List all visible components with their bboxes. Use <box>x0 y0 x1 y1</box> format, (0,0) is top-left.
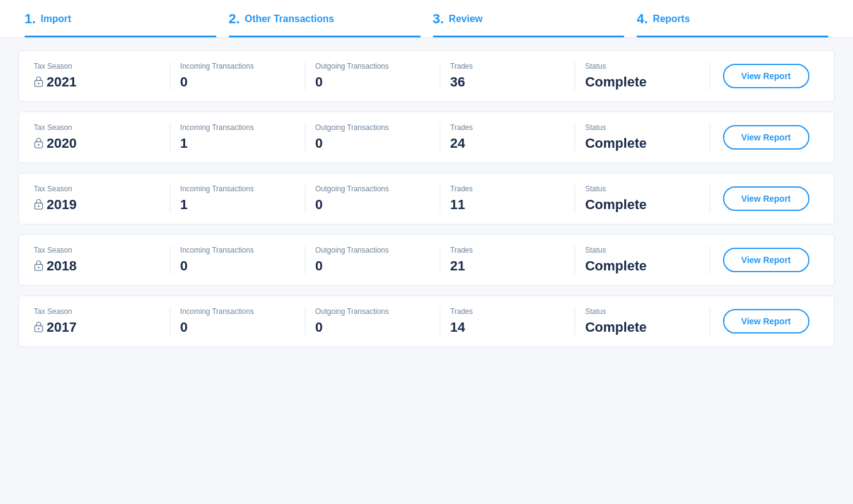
incoming-label: Incoming Transactions <box>180 307 254 316</box>
status-cell: Status Complete <box>575 185 710 213</box>
outgoing-label: Outgoing Transactions <box>315 246 389 254</box>
trades-cell: Trades 14 <box>440 307 575 335</box>
incoming-value: 1 <box>180 136 188 151</box>
step-3-bar <box>433 36 625 37</box>
status-value: Complete <box>585 136 646 151</box>
report-row: Tax Season 2019 Incoming Transactions 1 … <box>18 173 835 224</box>
view-report-button[interactable]: View Report <box>723 309 809 334</box>
tax-season-cell: Tax Season 2020 <box>31 123 170 151</box>
step-import[interactable]: 1. Import <box>18 0 223 37</box>
step-3-label: Review <box>449 13 483 25</box>
outgoing-label: Outgoing Transactions <box>315 307 389 316</box>
incoming-value: 0 <box>180 319 188 335</box>
tax-season-value: 2021 <box>47 74 77 90</box>
lock-icon <box>34 260 44 271</box>
step-4-bar <box>637 36 828 37</box>
tax-season-value: 2020 <box>47 136 77 151</box>
outgoing-transactions-cell: Outgoing Transactions 0 <box>305 123 440 151</box>
svg-point-1 <box>38 83 40 85</box>
tax-season-cell: Tax Season 2021 <box>31 62 170 90</box>
outgoing-label: Outgoing Transactions <box>315 185 389 193</box>
status-cell: Status Complete <box>575 246 710 274</box>
incoming-value: 0 <box>180 258 188 274</box>
incoming-label: Incoming Transactions <box>180 123 254 132</box>
step-4-label: Reports <box>653 13 690 25</box>
trades-label: Trades <box>450 185 473 193</box>
tax-season-cell: Tax Season 2017 <box>31 307 170 335</box>
outgoing-value: 0 <box>315 319 323 335</box>
step-1-bar <box>25 36 216 37</box>
action-cell: View Report <box>710 186 822 211</box>
outgoing-transactions-cell: Outgoing Transactions 0 <box>305 62 440 90</box>
incoming-transactions-cell: Incoming Transactions 0 <box>170 246 305 274</box>
tax-season-label: Tax Season <box>34 246 72 254</box>
status-label: Status <box>585 185 606 193</box>
lock-icon <box>34 137 44 148</box>
status-cell: Status Complete <box>575 62 710 90</box>
trades-cell: Trades 36 <box>440 62 575 90</box>
incoming-label: Incoming Transactions <box>180 185 254 193</box>
view-report-button[interactable]: View Report <box>723 186 809 211</box>
action-cell: View Report <box>710 248 822 272</box>
incoming-transactions-cell: Incoming Transactions 0 <box>170 62 305 90</box>
view-report-button[interactable]: View Report <box>723 64 809 88</box>
outgoing-value: 0 <box>315 258 323 274</box>
outgoing-label: Outgoing Transactions <box>315 123 389 132</box>
trades-label: Trades <box>450 307 473 316</box>
trades-cell: Trades 21 <box>440 246 575 274</box>
status-value: Complete <box>585 258 646 274</box>
incoming-transactions-cell: Incoming Transactions 1 <box>170 123 305 151</box>
step-2-bar <box>229 36 421 37</box>
main-content: Tax Season 2021 Incoming Transactions 0 … <box>0 38 853 369</box>
tax-season-value: 2018 <box>47 258 77 274</box>
trades-value: 11 <box>450 197 465 213</box>
tax-season-value: 2019 <box>47 197 77 213</box>
status-label: Status <box>585 307 606 316</box>
action-cell: View Report <box>710 309 822 334</box>
lock-icon <box>34 76 44 87</box>
action-cell: View Report <box>710 64 822 88</box>
tax-season-cell: Tax Season 2019 <box>31 185 170 213</box>
svg-point-7 <box>38 267 40 269</box>
trades-value: 14 <box>450 319 465 335</box>
step-2-label: Other Transactions <box>245 13 334 25</box>
trades-cell: Trades 24 <box>440 123 575 151</box>
outgoing-transactions-cell: Outgoing Transactions 0 <box>305 307 440 335</box>
step-2-number: 2. <box>229 11 240 27</box>
step-other-transactions[interactable]: 2. Other Transactions <box>223 0 427 37</box>
view-report-button[interactable]: View Report <box>723 125 809 150</box>
step-1-label: Import <box>40 13 71 25</box>
stepper-nav: 1. Import 2. Other Transactions 3. Revie… <box>0 0 853 38</box>
tax-season-label: Tax Season <box>34 307 72 316</box>
view-report-button[interactable]: View Report <box>723 248 809 272</box>
incoming-transactions-cell: Incoming Transactions 1 <box>170 185 305 213</box>
status-value: Complete <box>585 197 646 213</box>
outgoing-value: 0 <box>315 74 323 90</box>
status-value: Complete <box>585 319 646 335</box>
tax-season-label: Tax Season <box>34 62 72 71</box>
step-3-number: 3. <box>433 11 444 27</box>
outgoing-value: 0 <box>315 197 323 213</box>
status-value: Complete <box>585 74 646 90</box>
trades-value: 24 <box>450 136 465 151</box>
trades-value: 21 <box>450 258 465 274</box>
tax-season-label: Tax Season <box>34 185 72 193</box>
incoming-transactions-cell: Incoming Transactions 0 <box>170 307 305 335</box>
lock-icon <box>34 321 44 332</box>
action-cell: View Report <box>710 125 822 150</box>
outgoing-value: 0 <box>315 136 323 151</box>
incoming-label: Incoming Transactions <box>180 246 254 254</box>
tax-season-value: 2017 <box>47 319 77 335</box>
step-reports[interactable]: 4. Reports <box>630 0 835 37</box>
incoming-label: Incoming Transactions <box>180 62 254 71</box>
step-review[interactable]: 3. Review <box>427 0 631 37</box>
status-label: Status <box>585 123 606 132</box>
trades-label: Trades <box>450 246 473 254</box>
step-1-number: 1. <box>25 11 36 27</box>
outgoing-label: Outgoing Transactions <box>315 62 389 71</box>
svg-point-9 <box>38 328 40 330</box>
status-label: Status <box>585 62 606 71</box>
status-cell: Status Complete <box>575 123 710 151</box>
svg-point-5 <box>38 205 40 207</box>
report-row: Tax Season 2018 Incoming Transactions 0 … <box>18 234 835 286</box>
